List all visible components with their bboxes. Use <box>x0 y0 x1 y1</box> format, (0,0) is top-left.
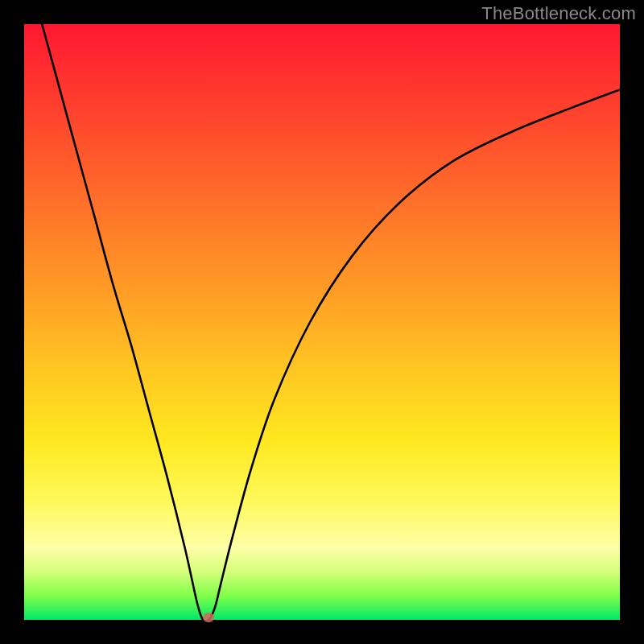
minimum-marker <box>203 613 214 622</box>
plot-area <box>24 24 620 620</box>
curve-path <box>42 24 620 621</box>
chart-container: TheBottleneck.com <box>0 0 644 644</box>
bottleneck-curve <box>24 24 620 620</box>
watermark-text: TheBottleneck.com <box>481 3 636 24</box>
